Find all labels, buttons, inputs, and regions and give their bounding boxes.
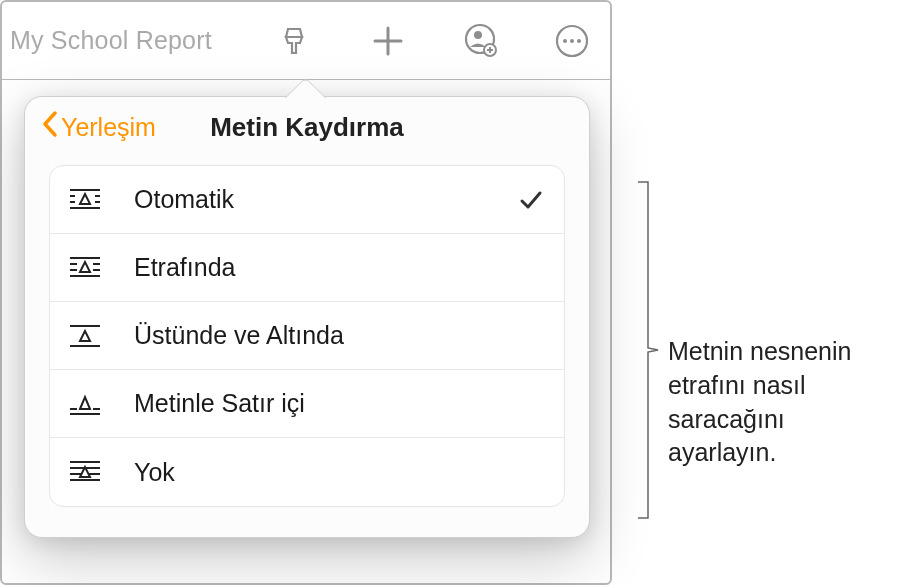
callout-text: Metnin nesnenin etrafını nasıl saracağın…	[668, 335, 888, 470]
wrap-option-above-below[interactable]: Üstünde ve Altında	[50, 302, 564, 370]
toolbar: My School Report	[2, 2, 610, 80]
collaborate-icon[interactable]	[460, 21, 500, 61]
option-label: Etrafında	[134, 253, 546, 282]
format-brush-icon[interactable]	[276, 21, 316, 61]
back-button[interactable]: Yerleşim	[41, 110, 156, 144]
add-icon[interactable]	[368, 21, 408, 61]
wrap-option-around[interactable]: Etrafında	[50, 234, 564, 302]
wrap-option-none[interactable]: Yok	[50, 438, 564, 506]
option-label: Metinle Satır içi	[134, 389, 546, 418]
svg-point-10	[577, 39, 581, 43]
more-icon[interactable]	[552, 21, 592, 61]
wrap-automatic-icon	[68, 187, 112, 213]
document-title: My School Report	[10, 26, 212, 55]
option-label: Yok	[134, 458, 546, 487]
option-label: Üstünde ve Altında	[134, 321, 546, 350]
svg-point-8	[563, 39, 567, 43]
wrap-options-list: Otomatik	[49, 165, 565, 507]
popover-header: Yerleşim Metin Kaydırma	[25, 97, 589, 157]
wrap-option-inline[interactable]: Metinle Satır içi	[50, 370, 564, 438]
wrap-option-automatic[interactable]: Otomatik	[50, 166, 564, 234]
text-wrap-popover: Yerleşim Metin Kaydırma Otoma	[24, 96, 590, 538]
checkmark-icon	[516, 187, 546, 213]
wrap-inline-icon	[68, 391, 112, 417]
wrap-around-icon	[68, 255, 112, 281]
back-label: Yerleşim	[61, 113, 156, 142]
chevron-left-icon	[41, 110, 59, 144]
wrap-above-below-icon	[68, 323, 112, 349]
app-frame: My School Report	[0, 0, 612, 585]
svg-point-3	[474, 31, 482, 39]
wrap-none-icon	[68, 459, 112, 485]
option-label: Otomatik	[134, 185, 516, 214]
svg-point-9	[570, 39, 574, 43]
callout-bracket	[636, 180, 660, 520]
toolbar-icons	[276, 21, 592, 61]
popover-title: Metin Kaydırma	[210, 112, 404, 143]
